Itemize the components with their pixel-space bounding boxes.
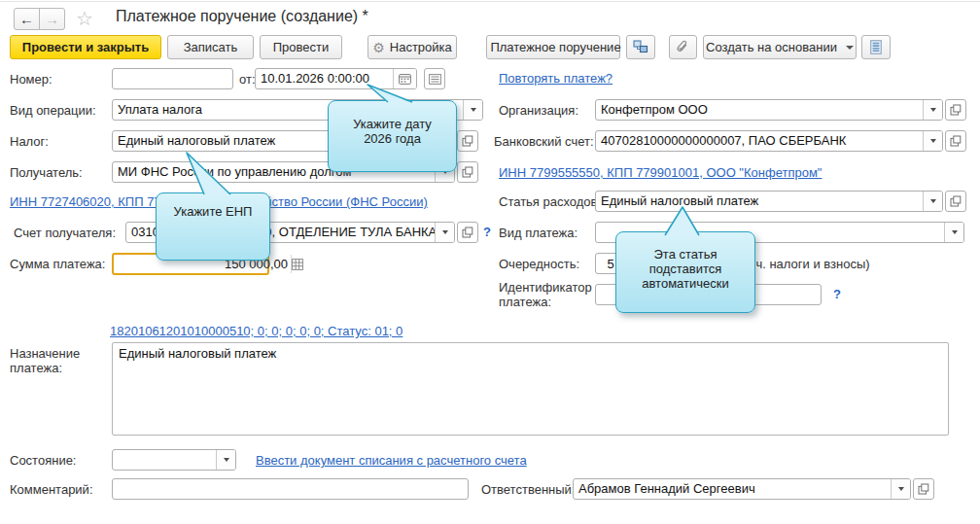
document-list-button[interactable] <box>424 68 445 89</box>
kbk-details-link[interactable]: 18201061201010000510; 0; 0; 0; 0; 0; Ста… <box>110 324 402 338</box>
priority-label: Очередность: <box>499 257 579 271</box>
enter-writeoff-link[interactable]: Ввести документ списания с расчетного сч… <box>256 453 527 468</box>
open-item-icon <box>462 227 473 238</box>
amount-calculator-button[interactable] <box>291 255 303 273</box>
bank-account-field[interactable]: 40702810000000000007, ПАО СБЕРБАНК <box>596 131 923 151</box>
organization-combo: Конфетпром ООО <box>595 99 943 121</box>
save-button[interactable]: Записать <box>167 35 254 59</box>
organization-dropdown-button[interactable] <box>923 100 942 120</box>
open-item-icon <box>462 166 473 178</box>
payment-order-form-window: ← → ☆ Платежное поручение (создание) * П… <box>0 0 980 524</box>
payee-account-open-button[interactable] <box>457 222 478 243</box>
operation-kind-label: Вид операции: <box>10 103 96 118</box>
number-input[interactable] <box>112 68 233 89</box>
dropdown-arrow-icon <box>930 108 936 112</box>
tax-label: Налог: <box>10 134 49 149</box>
related-documents-button[interactable] <box>626 35 655 59</box>
responsible-field[interactable]: Абрамов Геннадий Сергеевич <box>574 479 891 499</box>
dropdown-arrow-icon <box>898 487 904 491</box>
create-based-on-button[interactable]: Создать на основании <box>703 35 857 59</box>
expense-hint-tooltip-arrow <box>657 202 708 238</box>
repeat-payment-link[interactable]: Повторять платеж? <box>499 71 612 86</box>
tax-hint-tooltip-arrow <box>179 148 239 197</box>
attachments-button[interactable] <box>669 35 697 59</box>
forward-button[interactable]: → <box>39 8 65 30</box>
open-item-icon <box>462 135 473 147</box>
comment-input[interactable] <box>112 478 469 500</box>
dropdown-arrow-icon <box>952 230 958 234</box>
bank-account-open-button[interactable] <box>945 130 966 152</box>
register-report-button[interactable] <box>861 35 891 59</box>
expense-item-combo: Единый налоговый платеж <box>595 191 943 212</box>
payee-account-help-icon[interactable]: ? <box>483 225 491 239</box>
payment-id-help-icon[interactable]: ? <box>833 287 841 301</box>
comment-label: Комментарий: <box>10 482 93 497</box>
open-item-icon <box>918 483 929 495</box>
back-button[interactable]: ← <box>14 8 40 30</box>
state-field[interactable] <box>113 450 216 470</box>
open-item-icon <box>950 195 962 207</box>
payee-open-button[interactable] <box>457 161 478 183</box>
dropdown-arrow-icon <box>442 230 448 234</box>
responsible-open-button[interactable] <box>913 478 934 500</box>
bank-account-combo: 40702810000000000007, ПАО СБЕРБАНК <box>595 130 943 152</box>
organization-label: Организация: <box>499 103 578 118</box>
expense-hint-tooltip: Эта статья подставится автоматически <box>615 231 755 313</box>
post-and-close-label: Провести и закрыть <box>22 40 149 54</box>
responsible-combo: Абрамов Геннадий Сергеевич <box>573 478 911 500</box>
window-top-divider <box>0 1 980 2</box>
responsible-label: Ответственный: <box>481 482 575 497</box>
settings-button[interactable]: ⚙Настройка <box>368 35 457 59</box>
dropdown-arrow-icon <box>930 139 936 143</box>
payee-account-dropdown-button[interactable] <box>435 223 454 242</box>
payee-label: Получатель: <box>10 165 83 180</box>
state-label: Состояние: <box>10 453 76 468</box>
favorite-star-icon[interactable]: ☆ <box>76 7 93 30</box>
expense-item-open-button[interactable] <box>945 191 966 212</box>
open-item-icon <box>950 104 962 116</box>
back-arrow-icon: ← <box>19 11 34 27</box>
payment-kind-dropdown-button[interactable] <box>944 223 963 242</box>
state-combo <box>112 449 236 471</box>
organization-field[interactable]: Конфетпром ООО <box>596 100 923 120</box>
expense-item-label: Статья расходов: <box>499 194 601 209</box>
list-icon <box>429 74 441 85</box>
expense-item-dropdown-button[interactable] <box>923 192 942 211</box>
tax-hint-tooltip: Укажите ЕНП <box>156 192 270 261</box>
dropdown-arrow-icon <box>471 108 476 112</box>
organization-details-link[interactable]: ИНН 7799555550, КПП 779901001, ООО "Конф… <box>499 165 822 180</box>
tax-open-button[interactable] <box>457 130 478 152</box>
related-documents-icon <box>633 40 648 54</box>
post-label: Провести <box>273 40 330 54</box>
chevron-down-icon <box>846 46 854 50</box>
payment-id-label: Идентификатор платежа: <box>499 280 596 309</box>
expense-item-field[interactable]: Единый налоговый платеж <box>596 192 923 211</box>
dropdown-arrow-icon <box>930 199 936 203</box>
create-based-on-label: Создать на основании <box>706 40 837 54</box>
post-and-close-button[interactable]: Провести и закрыть <box>10 35 161 59</box>
purpose-label: Назначение платежа: <box>10 346 92 375</box>
bank-account-label: Банковский счет: <box>494 134 594 149</box>
payee-account-label: Счет получателя: <box>14 226 116 240</box>
amount-label: Сумма платежа: <box>10 257 105 271</box>
post-button[interactable]: Провести <box>260 35 342 59</box>
state-dropdown-button[interactable] <box>216 450 235 470</box>
save-label: Записать <box>184 40 238 54</box>
paperclip-icon <box>676 40 690 54</box>
number-label: Номер: <box>10 72 52 87</box>
date-hint-tooltip: Укажите дату 2026 года <box>328 100 457 172</box>
date-label: от: <box>239 72 256 87</box>
forward-arrow-icon: → <box>45 11 59 27</box>
report-document-icon <box>870 40 882 54</box>
dropdown-arrow-icon <box>224 458 229 462</box>
settings-label: Настройка <box>390 40 452 54</box>
open-item-icon <box>950 135 962 147</box>
bank-account-dropdown-button[interactable] <box>923 131 942 151</box>
print-payment-order-button[interactable]: Платежное поручение <box>486 35 620 59</box>
date-hint-tooltip-arrow <box>360 80 420 105</box>
operation-kind-dropdown-button[interactable] <box>463 100 482 120</box>
page-title: Платежное поручение (создание) * <box>116 8 368 25</box>
purpose-textarea[interactable]: Единый налоговый платеж <box>112 342 949 436</box>
organization-open-button[interactable] <box>945 99 966 121</box>
responsible-dropdown-button[interactable] <box>891 479 910 499</box>
